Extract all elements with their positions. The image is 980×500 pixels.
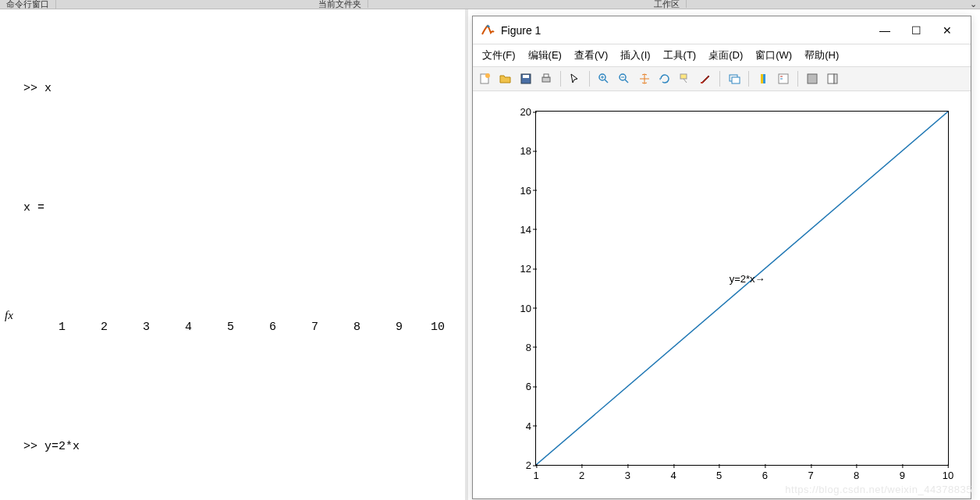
separator <box>560 71 561 87</box>
y-tick: 16 <box>513 184 536 196</box>
x-tick: 10 <box>943 465 953 481</box>
menu-desktop[interactable]: 桌面(D) <box>704 47 747 64</box>
workspace-label: 工作区 <box>648 0 687 8</box>
svg-rect-18 <box>761 74 763 83</box>
x-tick: 9 <box>900 465 905 481</box>
menu-edit[interactable]: 编辑(E) <box>524 47 566 64</box>
menu-view[interactable]: 查看(V) <box>570 47 612 64</box>
y-tick: 18 <box>513 145 536 157</box>
rotate-icon[interactable] <box>655 69 674 88</box>
close-button[interactable]: ✕ <box>932 19 963 42</box>
command-window[interactable]: fx >> x x = 12345678910 >> y=2*x y = 246… <box>0 9 468 500</box>
save-icon[interactable] <box>517 69 535 88</box>
svg-rect-13 <box>680 74 687 79</box>
cmd-window-label: 命令行窗口 <box>0 0 56 9</box>
y-tick: 20 <box>513 106 536 118</box>
zoom-in-icon[interactable] <box>595 69 613 88</box>
y-tick: 8 <box>513 341 536 353</box>
maximize-button[interactable]: ☐ <box>900 19 932 42</box>
legend-icon[interactable] <box>774 69 793 88</box>
cmd-output: x = <box>23 198 465 218</box>
x-tick: 4 <box>670 465 676 481</box>
separator <box>797 71 798 87</box>
axes[interactable]: y=2*x→ 246810121416182012345678910 <box>535 111 949 466</box>
fx-icon[interactable]: fx <box>5 306 13 326</box>
x-tick: 2 <box>579 465 584 481</box>
menu-file[interactable]: 文件(F) <box>478 47 520 64</box>
pan-icon[interactable] <box>635 69 654 88</box>
datatip-icon[interactable] <box>676 69 694 88</box>
plot-area[interactable]: y=2*x→ 246810121416182012345678910 <box>473 91 971 498</box>
x-tick: 3 <box>625 465 630 481</box>
figure-title: Figure 1 <box>501 24 869 37</box>
x-tick: 1 <box>533 465 538 481</box>
cmd-line: >> y=2*x <box>23 437 465 457</box>
svg-line-14 <box>684 79 687 83</box>
chevron-icon[interactable]: ⌄ <box>970 0 977 8</box>
svg-line-7 <box>605 80 608 83</box>
y-tick: 4 <box>513 420 536 431</box>
menu-insert[interactable]: 插入(I) <box>616 47 655 64</box>
zoom-out-icon[interactable] <box>615 69 634 88</box>
menu-window[interactable]: 窗口(W) <box>751 47 797 64</box>
svg-rect-20 <box>779 74 788 83</box>
svg-line-26 <box>536 112 948 465</box>
svg-rect-17 <box>732 77 740 83</box>
svg-rect-4 <box>542 77 550 82</box>
menu-tools[interactable]: 工具(T) <box>659 47 701 64</box>
svg-point-1 <box>485 73 490 78</box>
hide-plot-tools-icon[interactable] <box>803 69 822 88</box>
brush-icon[interactable] <box>696 69 715 88</box>
new-figure-icon[interactable] <box>476 69 495 88</box>
x-tick: 7 <box>808 465 813 481</box>
svg-rect-25 <box>834 74 837 83</box>
data-line <box>536 112 948 465</box>
svg-line-11 <box>625 80 628 83</box>
toolbar <box>473 66 971 91</box>
svg-rect-19 <box>763 74 765 83</box>
panels-header: 命令行窗口 当前文件夹 工作区 ⌄ <box>0 0 980 9</box>
x-tick: 8 <box>854 465 859 481</box>
colorbar-icon[interactable] <box>754 69 772 88</box>
y-tick: 14 <box>513 223 536 235</box>
figure-window: Figure 1 — ☐ ✕ 文件(F) 编辑(E) 查看(V) 插入(I) 工… <box>472 16 971 499</box>
menubar: 文件(F) 编辑(E) 查看(V) 插入(I) 工具(T) 桌面(D) 窗口(W… <box>473 44 971 66</box>
open-icon[interactable] <box>496 69 515 88</box>
menu-help[interactable]: 帮助(H) <box>800 47 843 64</box>
titlebar: Figure 1 — ☐ ✕ <box>473 16 971 44</box>
svg-rect-24 <box>828 74 834 83</box>
minimize-button[interactable]: — <box>869 19 900 42</box>
y-tick: 6 <box>513 381 536 392</box>
svg-rect-23 <box>808 74 817 83</box>
plot-annotation: y=2*x→ <box>730 272 765 284</box>
main-area: fx >> x x = 12345678910 >> y=2*x y = 246… <box>0 9 980 500</box>
y-tick: 10 <box>513 302 536 314</box>
matlab-logo-icon <box>481 23 495 37</box>
separator <box>719 71 720 87</box>
show-plot-tools-icon[interactable] <box>823 69 842 88</box>
x-tick: 6 <box>762 465 768 481</box>
cmd-line: >> x <box>23 79 465 99</box>
x-vector: 12345678910 <box>23 317 465 338</box>
watermark: https://blog.csdn.net/weixin_44378835 <box>785 484 972 495</box>
svg-rect-15 <box>701 82 703 83</box>
x-tick: 5 <box>716 465 722 481</box>
svg-rect-5 <box>544 74 549 77</box>
separator <box>748 71 749 87</box>
y-tick: 12 <box>513 263 536 275</box>
svg-rect-3 <box>523 75 529 78</box>
pointer-icon[interactable] <box>566 69 584 88</box>
link-icon[interactable] <box>725 69 744 88</box>
separator <box>589 71 590 87</box>
print-icon[interactable] <box>537 69 556 88</box>
current-folder-label: 当前文件夹 <box>312 0 368 8</box>
